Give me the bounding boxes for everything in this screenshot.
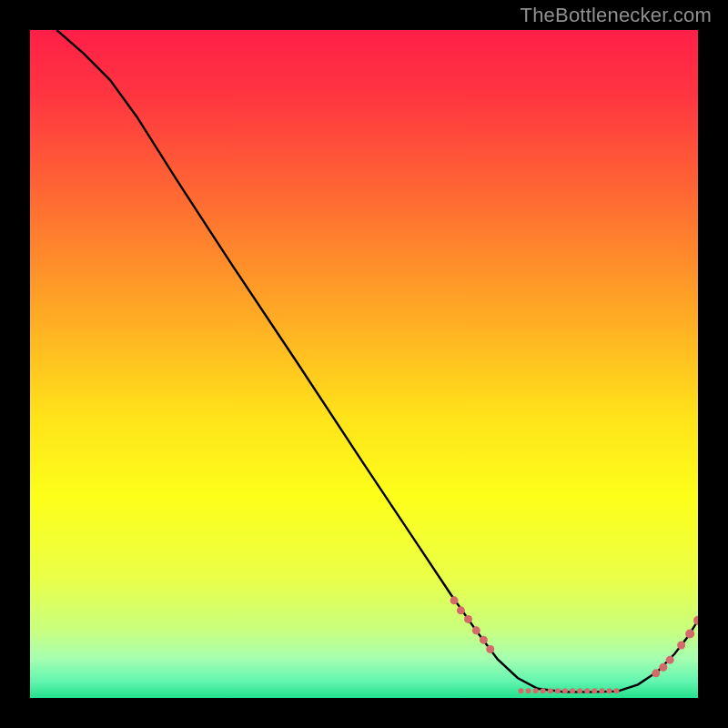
data-marker bbox=[464, 615, 472, 623]
data-marker bbox=[584, 688, 590, 693]
data-marker bbox=[613, 688, 619, 693]
data-marker bbox=[541, 688, 546, 693]
data-marker bbox=[677, 642, 685, 650]
data-marker bbox=[480, 636, 488, 644]
data-marker bbox=[599, 688, 604, 693]
data-marker bbox=[652, 669, 660, 677]
data-marker bbox=[457, 606, 465, 614]
data-marker bbox=[548, 688, 553, 693]
data-marker bbox=[685, 630, 694, 639]
plot-area bbox=[30, 30, 698, 698]
data-marker bbox=[526, 688, 531, 693]
data-marker bbox=[518, 688, 523, 693]
data-marker bbox=[450, 596, 459, 604]
bottleneck-chart bbox=[30, 30, 698, 698]
data-marker bbox=[606, 688, 612, 693]
data-marker bbox=[666, 656, 674, 664]
data-marker bbox=[659, 663, 667, 672]
data-marker bbox=[570, 688, 575, 693]
chart-frame: TheBottlenecker.com bbox=[0, 0, 728, 728]
data-marker bbox=[533, 688, 539, 693]
data-marker bbox=[486, 645, 494, 653]
data-marker bbox=[472, 626, 480, 634]
attribution-label: TheBottlenecker.com bbox=[521, 4, 712, 27]
data-marker bbox=[555, 688, 561, 693]
data-marker bbox=[577, 688, 582, 693]
data-marker bbox=[592, 688, 597, 693]
gradient-background bbox=[30, 30, 698, 698]
data-marker bbox=[562, 688, 568, 693]
